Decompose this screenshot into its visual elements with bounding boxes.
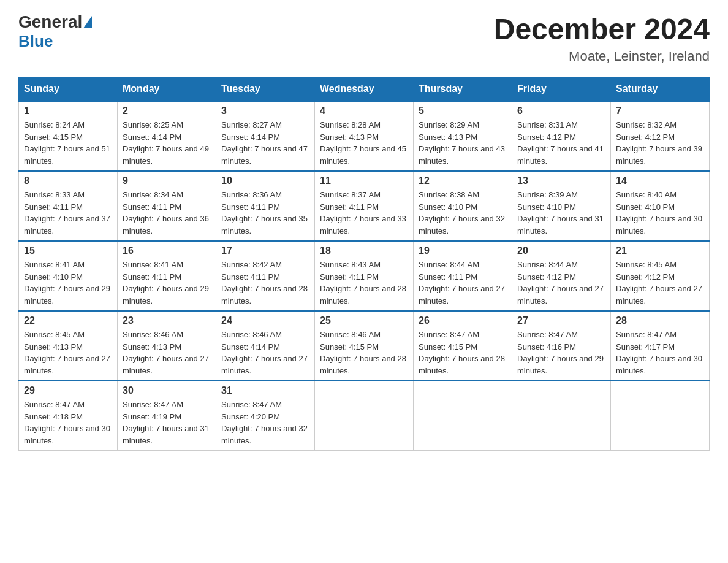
logo: General Blue — [18, 12, 92, 51]
day-number: 26 — [419, 315, 507, 326]
day-number: 12 — [419, 175, 507, 186]
day-number: 25 — [320, 315, 408, 326]
day-info: Sunrise: 8:47 AMSunset: 4:17 PMDaylight:… — [616, 329, 704, 377]
day-number: 9 — [123, 175, 211, 186]
calendar-cell — [414, 381, 512, 451]
calendar-cell: 27Sunrise: 8:47 AMSunset: 4:16 PMDayligh… — [512, 311, 611, 381]
calendar-cell: 8Sunrise: 8:33 AMSunset: 4:11 PMDaylight… — [19, 171, 118, 241]
calendar-cell: 26Sunrise: 8:47 AMSunset: 4:15 PMDayligh… — [414, 311, 512, 381]
calendar-header-row: SundayMondayTuesdayWednesdayThursdayFrid… — [19, 77, 710, 102]
day-number: 24 — [221, 315, 309, 326]
title-section: December 2024 Moate, Leinster, Ireland — [494, 12, 710, 64]
calendar-cell: 24Sunrise: 8:46 AMSunset: 4:14 PMDayligh… — [216, 311, 315, 381]
calendar-cell: 28Sunrise: 8:47 AMSunset: 4:17 PMDayligh… — [611, 311, 710, 381]
week-row-1: 1Sunrise: 8:24 AMSunset: 4:15 PMDaylight… — [19, 101, 710, 171]
day-info: Sunrise: 8:47 AMSunset: 4:20 PMDaylight:… — [221, 399, 309, 446]
header-tuesday: Tuesday — [216, 77, 315, 102]
month-title: December 2024 — [494, 12, 710, 46]
day-number: 22 — [24, 315, 112, 326]
logo-triangle-icon — [83, 16, 92, 28]
calendar-cell: 12Sunrise: 8:38 AMSunset: 4:10 PMDayligh… — [414, 171, 512, 241]
day-info: Sunrise: 8:29 AMSunset: 4:13 PMDaylight:… — [419, 119, 507, 167]
calendar-cell — [512, 381, 611, 451]
week-row-4: 22Sunrise: 8:45 AMSunset: 4:13 PMDayligh… — [19, 311, 710, 381]
week-row-3: 15Sunrise: 8:41 AMSunset: 4:10 PMDayligh… — [19, 241, 710, 311]
calendar-table: SundayMondayTuesdayWednesdayThursdayFrid… — [18, 77, 710, 451]
header-monday: Monday — [118, 77, 216, 102]
calendar-cell: 5Sunrise: 8:29 AMSunset: 4:13 PMDaylight… — [414, 101, 512, 171]
day-number: 18 — [320, 245, 408, 256]
logo-general-text: General — [18, 12, 82, 32]
calendar-cell: 10Sunrise: 8:36 AMSunset: 4:11 PMDayligh… — [216, 171, 315, 241]
calendar-cell: 20Sunrise: 8:44 AMSunset: 4:12 PMDayligh… — [512, 241, 611, 311]
day-number: 21 — [616, 245, 704, 256]
day-number: 23 — [123, 315, 211, 326]
calendar-cell — [315, 381, 414, 451]
day-info: Sunrise: 8:46 AMSunset: 4:15 PMDaylight:… — [320, 329, 408, 377]
calendar-cell: 3Sunrise: 8:27 AMSunset: 4:14 PMDaylight… — [216, 101, 315, 171]
calendar-cell: 30Sunrise: 8:47 AMSunset: 4:19 PMDayligh… — [118, 381, 216, 451]
calendar-cell: 4Sunrise: 8:28 AMSunset: 4:13 PMDaylight… — [315, 101, 414, 171]
day-info: Sunrise: 8:44 AMSunset: 4:11 PMDaylight:… — [419, 259, 507, 307]
day-info: Sunrise: 8:37 AMSunset: 4:11 PMDaylight:… — [320, 189, 408, 237]
calendar-cell: 16Sunrise: 8:41 AMSunset: 4:11 PMDayligh… — [118, 241, 216, 311]
day-number: 15 — [24, 245, 112, 256]
day-number: 28 — [616, 315, 704, 326]
calendar-cell: 31Sunrise: 8:47 AMSunset: 4:20 PMDayligh… — [216, 381, 315, 451]
header-saturday: Saturday — [611, 77, 710, 102]
day-info: Sunrise: 8:47 AMSunset: 4:19 PMDaylight:… — [123, 399, 211, 446]
day-info: Sunrise: 8:45 AMSunset: 4:12 PMDaylight:… — [616, 259, 704, 307]
day-info: Sunrise: 8:24 AMSunset: 4:15 PMDaylight:… — [24, 119, 112, 167]
week-row-5: 29Sunrise: 8:47 AMSunset: 4:18 PMDayligh… — [19, 381, 710, 451]
header-wednesday: Wednesday — [315, 77, 414, 102]
day-number: 10 — [221, 175, 309, 186]
day-number: 30 — [123, 385, 211, 396]
calendar-cell: 23Sunrise: 8:46 AMSunset: 4:13 PMDayligh… — [118, 311, 216, 381]
calendar-cell: 14Sunrise: 8:40 AMSunset: 4:10 PMDayligh… — [611, 171, 710, 241]
day-info: Sunrise: 8:27 AMSunset: 4:14 PMDaylight:… — [221, 119, 309, 167]
day-info: Sunrise: 8:47 AMSunset: 4:16 PMDaylight:… — [517, 329, 605, 377]
calendar-cell: 13Sunrise: 8:39 AMSunset: 4:10 PMDayligh… — [512, 171, 611, 241]
calendar-cell: 11Sunrise: 8:37 AMSunset: 4:11 PMDayligh… — [315, 171, 414, 241]
calendar-cell: 22Sunrise: 8:45 AMSunset: 4:13 PMDayligh… — [19, 311, 118, 381]
day-info: Sunrise: 8:25 AMSunset: 4:14 PMDaylight:… — [123, 119, 211, 167]
day-info: Sunrise: 8:42 AMSunset: 4:11 PMDaylight:… — [221, 259, 309, 307]
day-number: 19 — [419, 245, 507, 256]
calendar-cell: 21Sunrise: 8:45 AMSunset: 4:12 PMDayligh… — [611, 241, 710, 311]
day-number: 14 — [616, 175, 704, 186]
day-info: Sunrise: 8:47 AMSunset: 4:15 PMDaylight:… — [419, 329, 507, 377]
day-number: 8 — [24, 175, 112, 186]
day-info: Sunrise: 8:41 AMSunset: 4:10 PMDaylight:… — [24, 259, 112, 307]
day-number: 11 — [320, 175, 408, 186]
calendar-cell: 7Sunrise: 8:32 AMSunset: 4:12 PMDaylight… — [611, 101, 710, 171]
day-info: Sunrise: 8:28 AMSunset: 4:13 PMDaylight:… — [320, 119, 408, 167]
day-info: Sunrise: 8:43 AMSunset: 4:11 PMDaylight:… — [320, 259, 408, 307]
calendar-cell: 19Sunrise: 8:44 AMSunset: 4:11 PMDayligh… — [414, 241, 512, 311]
day-number: 7 — [616, 105, 704, 117]
day-info: Sunrise: 8:32 AMSunset: 4:12 PMDaylight:… — [616, 119, 704, 167]
day-info: Sunrise: 8:47 AMSunset: 4:18 PMDaylight:… — [24, 399, 112, 446]
day-info: Sunrise: 8:39 AMSunset: 4:10 PMDaylight:… — [517, 189, 605, 237]
day-info: Sunrise: 8:41 AMSunset: 4:11 PMDaylight:… — [123, 259, 211, 307]
header-friday: Friday — [512, 77, 611, 102]
calendar-cell — [611, 381, 710, 451]
day-info: Sunrise: 8:36 AMSunset: 4:11 PMDaylight:… — [221, 189, 309, 237]
header-thursday: Thursday — [414, 77, 512, 102]
day-info: Sunrise: 8:46 AMSunset: 4:13 PMDaylight:… — [123, 329, 211, 377]
calendar-cell: 17Sunrise: 8:42 AMSunset: 4:11 PMDayligh… — [216, 241, 315, 311]
day-number: 13 — [517, 175, 605, 186]
day-number: 3 — [221, 105, 309, 117]
day-number: 31 — [221, 385, 309, 396]
calendar-cell: 2Sunrise: 8:25 AMSunset: 4:14 PMDaylight… — [118, 101, 216, 171]
day-number: 17 — [221, 245, 309, 256]
calendar-cell: 15Sunrise: 8:41 AMSunset: 4:10 PMDayligh… — [19, 241, 118, 311]
calendar-cell: 29Sunrise: 8:47 AMSunset: 4:18 PMDayligh… — [19, 381, 118, 451]
day-info: Sunrise: 8:45 AMSunset: 4:13 PMDaylight:… — [24, 329, 112, 377]
day-info: Sunrise: 8:34 AMSunset: 4:11 PMDaylight:… — [123, 189, 211, 237]
day-number: 1 — [24, 105, 112, 117]
day-info: Sunrise: 8:46 AMSunset: 4:14 PMDaylight:… — [221, 329, 309, 377]
day-number: 4 — [320, 105, 408, 117]
header-sunday: Sunday — [19, 77, 118, 102]
day-info: Sunrise: 8:31 AMSunset: 4:12 PMDaylight:… — [517, 119, 605, 167]
day-number: 5 — [419, 105, 507, 117]
